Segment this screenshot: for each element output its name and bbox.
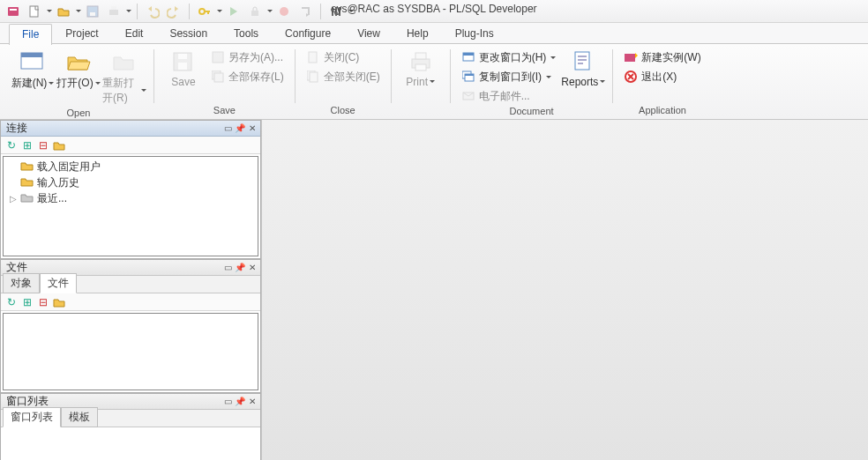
panel-pin-icon[interactable]: 📌 <box>234 122 246 135</box>
svg-rect-21 <box>309 52 317 63</box>
connections-tree[interactable]: 载入固定用户 输入历史 ▷ 最近... <box>3 156 258 256</box>
ribbon-tabstrip: File Project Edit Session Tools Configur… <box>0 23 868 44</box>
tree-item-label: 载入固定用户 <box>37 160 101 174</box>
copy-window-button[interactable]: 复制窗口到(I) <box>458 67 560 86</box>
windowlist-body[interactable] <box>1 427 260 460</box>
side-panels: 连接 ▭ 📌 ✕ ↻ ⊞ ⊟ 载入固定用户 <box>0 120 262 460</box>
quick-access-toolbar: sys@RAC as SYSDBA - PL/SQL Developer <box>0 0 868 23</box>
tree-item[interactable]: ▷ 最近... <box>4 190 258 206</box>
new-button-label: 新建(N) <box>11 76 55 91</box>
expander-icon[interactable]: ▷ <box>9 194 18 204</box>
reports-button-label: Reports <box>561 76 605 88</box>
tab-file[interactable]: File <box>9 24 52 45</box>
tree-item[interactable]: 载入固定用户 <box>4 159 258 174</box>
exit-button[interactable]: 退出(X) <box>620 67 704 86</box>
print-dropdown[interactable] <box>125 7 131 15</box>
open-icon[interactable] <box>54 2 73 21</box>
save-all-label: 全部保存(L) <box>228 70 284 85</box>
save-all-button[interactable]: 全部保存(L) <box>207 67 288 86</box>
panel-files-toolbar: ↻ ⊞ ⊟ <box>1 293 260 311</box>
undo-icon[interactable] <box>143 2 162 21</box>
tab-windowlist[interactable]: 窗口列表 <box>3 407 61 427</box>
sliders-dropdown[interactable] <box>348 7 354 15</box>
debug-step-icon[interactable] <box>296 2 315 21</box>
panel-dock-icon[interactable]: ▭ <box>221 122 234 135</box>
tree-item[interactable]: 输入历史 <box>4 174 258 190</box>
save-button[interactable]: Save <box>161 48 206 90</box>
panel-close-icon[interactable]: ✕ <box>246 122 258 135</box>
sliders-icon[interactable] <box>326 2 346 21</box>
group-save: Save 另存为(A)... 全部保存(L) Save <box>156 46 293 119</box>
svg-rect-36 <box>578 63 583 64</box>
key-icon[interactable] <box>195 2 214 21</box>
tab-files[interactable]: 文件 <box>40 273 77 293</box>
collapse-icon[interactable]: ⊟ <box>36 138 50 152</box>
tab-objects[interactable]: 对象 <box>3 273 40 293</box>
save-as-label: 另存为(A)... <box>228 50 283 65</box>
workspace: 连接 ▭ 📌 ✕ ↻ ⊞ ⊟ 载入固定用户 <box>0 120 868 460</box>
open-dropdown[interactable] <box>75 7 81 15</box>
open-button[interactable]: 打开(O) <box>56 48 101 93</box>
email-button[interactable]: 电子邮件... <box>458 86 560 106</box>
new-file-icon[interactable] <box>25 2 44 21</box>
print-button[interactable]: Print <box>399 48 443 90</box>
panel-dock-icon[interactable]: ▭ <box>221 396 234 408</box>
group-open-label: Open <box>11 108 146 119</box>
key-dropdown[interactable] <box>216 7 222 15</box>
folder-icon[interactable] <box>52 295 66 309</box>
collapse-icon[interactable]: ⊟ <box>36 295 50 309</box>
folder-icon[interactable] <box>52 138 66 152</box>
panel-close-icon[interactable]: ✕ <box>246 262 258 274</box>
save-button-label: Save <box>171 76 195 88</box>
email-icon <box>461 89 475 103</box>
lock-icon[interactable] <box>245 2 265 21</box>
svg-rect-37 <box>625 54 635 62</box>
copy-window-icon <box>461 70 475 84</box>
tab-view[interactable]: View <box>344 23 393 44</box>
new-instance-icon <box>624 50 638 64</box>
reports-button[interactable]: Reports <box>561 48 605 90</box>
close-button[interactable]: 关闭(C) <box>303 48 384 67</box>
tab-plugins[interactable]: Plug-Ins <box>442 23 507 44</box>
group-document-label: Document <box>458 106 606 119</box>
files-tree[interactable] <box>3 313 258 390</box>
save-icon[interactable] <box>83 2 102 21</box>
close-label: 关闭(C) <box>324 50 360 65</box>
change-window-button[interactable]: 更改窗口为(H) <box>458 48 560 67</box>
tab-help[interactable]: Help <box>393 23 442 44</box>
stop-icon[interactable] <box>274 2 294 21</box>
panel-close-icon[interactable]: ✕ <box>246 396 258 408</box>
tab-project[interactable]: Project <box>52 23 111 44</box>
tab-configure[interactable]: Configure <box>272 23 344 44</box>
panel-connections-header[interactable]: 连接 ▭ 📌 ✕ <box>1 121 260 137</box>
expand-icon[interactable]: ⊞ <box>20 138 34 152</box>
panel-pin-icon[interactable]: 📌 <box>234 396 246 408</box>
svg-point-11 <box>334 11 338 15</box>
tab-edit[interactable]: Edit <box>112 23 157 44</box>
execute-icon[interactable] <box>224 2 243 21</box>
svg-rect-26 <box>415 64 426 70</box>
copy-window-label: 复制窗口到(I) <box>479 70 542 85</box>
save-as-button[interactable]: 另存为(A)... <box>207 48 288 67</box>
refresh-icon[interactable]: ↻ <box>4 138 19 152</box>
svg-point-12 <box>338 7 341 11</box>
tab-templates[interactable]: 模板 <box>61 407 98 427</box>
redo-icon[interactable] <box>164 2 183 21</box>
panel-dock-icon[interactable]: ▭ <box>221 262 234 274</box>
svg-rect-6 <box>111 6 116 10</box>
expand-icon[interactable]: ⊞ <box>20 295 34 309</box>
print-icon[interactable] <box>104 2 123 21</box>
new-instance-button[interactable]: 新建实例(W) <box>620 48 704 67</box>
close-doc-icon <box>306 50 320 64</box>
lock-dropdown[interactable] <box>266 7 273 15</box>
new-file-dropdown[interactable] <box>46 7 52 15</box>
svg-rect-31 <box>465 74 474 76</box>
panel-pin-icon[interactable]: 📌 <box>234 262 246 274</box>
tab-tools[interactable]: Tools <box>221 23 272 44</box>
close-all-button[interactable]: 全部关闭(E) <box>303 67 384 86</box>
new-button[interactable]: 新建(N) <box>11 48 55 93</box>
tab-session[interactable]: Session <box>156 23 221 44</box>
refresh-icon[interactable]: ↻ <box>4 295 19 309</box>
reopen-button[interactable]: 重新打开(R) <box>102 48 146 108</box>
new-instance-label: 新建实例(W) <box>641 50 700 65</box>
